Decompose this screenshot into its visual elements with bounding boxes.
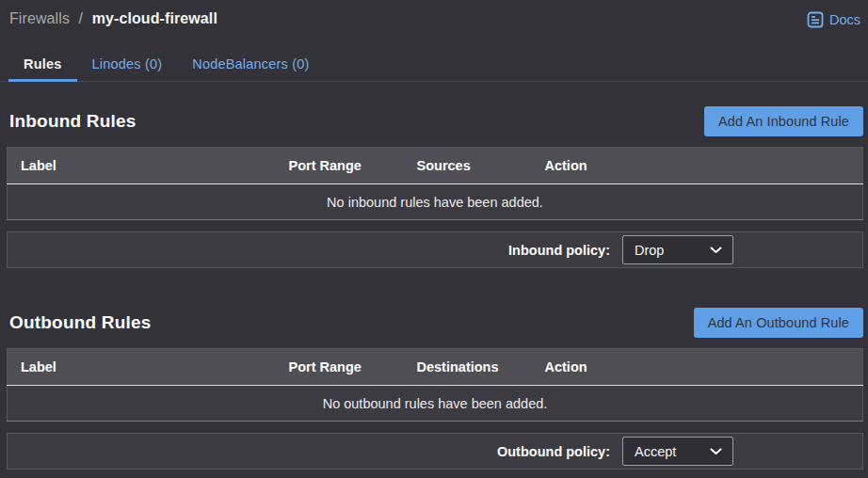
outbound-rules-table: Label Port Range Destinations Action No …	[7, 348, 863, 422]
outbound-column-destinations: Destinations	[417, 349, 545, 386]
inbound-table-header-row: Label Port Range Sources Action	[8, 148, 863, 184]
docs-icon	[807, 11, 824, 28]
inbound-rules-section: Inbound Rules Add An Inbound Rule Label …	[7, 106, 863, 268]
tab-linodes[interactable]: Linodes (0)	[77, 48, 178, 81]
tab-rules[interactable]: Rules	[8, 48, 77, 81]
outbound-table-header-row: Label Port Range Destinations Action	[8, 349, 863, 386]
inbound-policy-value: Drop	[635, 243, 664, 258]
breadcrumb-separator: /	[79, 10, 84, 26]
tab-bar: Rules Linodes (0) NodeBalancers (0)	[0, 48, 868, 82]
inbound-rules-heading: Inbound Rules	[9, 111, 137, 132]
inbound-empty-row: No inbound rules have been added.	[8, 184, 863, 220]
breadcrumb-firewalls-link[interactable]: Firewalls	[9, 10, 70, 26]
docs-link-label: Docs	[829, 12, 860, 27]
breadcrumb: Firewalls / my-cloud-firewall	[9, 10, 217, 27]
outbound-policy-value: Accept	[635, 444, 676, 459]
outbound-rules-heading: Outbound Rules	[9, 312, 152, 333]
inbound-column-action: Action	[545, 148, 863, 184]
add-outbound-rule-button[interactable]: Add An Outbound Rule	[694, 308, 863, 338]
inbound-policy-select[interactable]: Drop	[622, 235, 733, 264]
outbound-policy-select[interactable]: Accept	[622, 437, 733, 466]
outbound-policy-row: Outbound policy: Accept	[7, 433, 863, 470]
inbound-column-label: Label	[8, 148, 289, 184]
outbound-column-action: Action	[545, 349, 863, 386]
add-inbound-rule-button[interactable]: Add An Inbound Rule	[704, 106, 863, 136]
tab-nodebalancers[interactable]: NodeBalancers (0)	[177, 48, 324, 81]
outbound-column-label: Label	[8, 349, 289, 386]
inbound-policy-label: Inbound policy:	[508, 243, 610, 258]
inbound-policy-row: Inbound policy: Drop	[7, 231, 863, 268]
inbound-column-sources: Sources	[417, 148, 545, 184]
outbound-empty-message: No outbound rules have been added.	[8, 386, 863, 422]
docs-link[interactable]: Docs	[807, 11, 860, 28]
inbound-column-port-range: Port Range	[289, 148, 417, 184]
chevron-down-icon	[710, 247, 722, 254]
outbound-rules-section: Outbound Rules Add An Outbound Rule Labe…	[7, 308, 863, 470]
outbound-column-port-range: Port Range	[289, 349, 417, 386]
chevron-down-icon	[710, 448, 722, 455]
page-title: my-cloud-firewall	[92, 10, 217, 26]
top-bar: Firewalls / my-cloud-firewall Docs	[0, 0, 868, 28]
inbound-rules-table: Label Port Range Sources Action No inbou…	[7, 147, 863, 220]
outbound-empty-row: No outbound rules have been added.	[8, 386, 863, 422]
outbound-policy-label: Outbound policy:	[497, 444, 610, 459]
inbound-empty-message: No inbound rules have been added.	[8, 184, 863, 220]
